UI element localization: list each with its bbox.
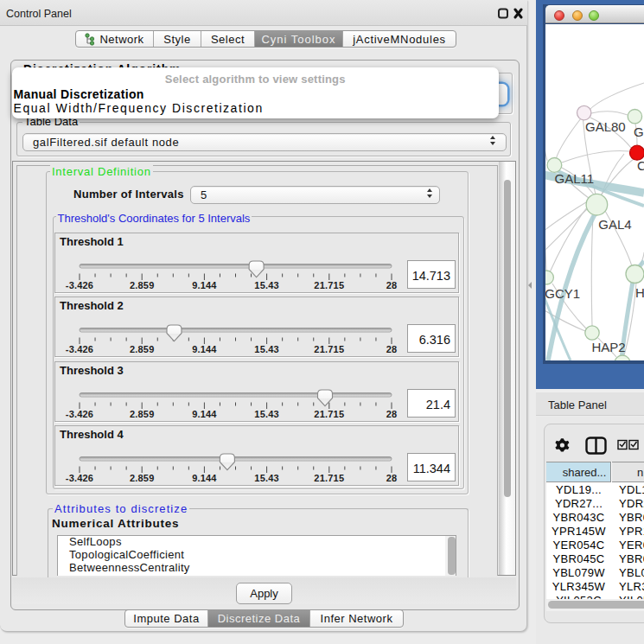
svg-text:H: H: [635, 284, 644, 299]
svg-text:9.144: 9.144: [192, 408, 217, 418]
svg-text:-3.426: -3.426: [66, 280, 93, 290]
svg-text:21.715: 21.715: [314, 280, 344, 290]
svg-text:C: C: [637, 158, 644, 173]
svg-text:21.715: 21.715: [314, 344, 344, 354]
svg-text:-3.426: -3.426: [66, 344, 93, 354]
svg-text:15.43: 15.43: [254, 473, 279, 483]
svg-text:9.144: 9.144: [192, 344, 217, 354]
svg-text:15.43: 15.43: [254, 408, 279, 418]
svg-text:15.43: 15.43: [254, 344, 279, 354]
svg-text:2.859: 2.859: [130, 473, 155, 483]
svg-text:GAL11: GAL11: [555, 170, 595, 185]
svg-text:2.859: 2.859: [130, 280, 155, 290]
svg-text:21.715: 21.715: [314, 408, 344, 418]
svg-text:-3.426: -3.426: [66, 473, 93, 483]
svg-text:28: 28: [386, 408, 398, 418]
svg-text:G.: G.: [634, 124, 644, 138]
svg-text:GAL4: GAL4: [598, 216, 631, 231]
svg-text:GCY1: GCY1: [545, 286, 580, 301]
svg-text:GAL80: GAL80: [585, 119, 626, 134]
svg-text:2.859: 2.859: [130, 344, 155, 354]
svg-text:28: 28: [386, 473, 398, 483]
svg-text:9.144: 9.144: [192, 280, 217, 290]
svg-text:2.859: 2.859: [130, 408, 155, 418]
svg-text:28: 28: [386, 344, 398, 354]
svg-text:15.43: 15.43: [254, 280, 279, 290]
svg-text:HAP2: HAP2: [591, 340, 625, 354]
svg-text:-3.426: -3.426: [66, 408, 93, 418]
svg-text:21.715: 21.715: [314, 473, 344, 483]
svg-text:28: 28: [386, 280, 398, 290]
svg-text:9.144: 9.144: [192, 473, 217, 483]
